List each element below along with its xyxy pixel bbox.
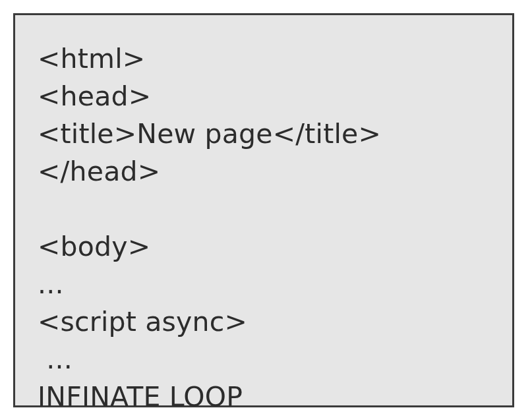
blank-line <box>38 191 490 228</box>
code-line: <title>New page</title> <box>38 115 490 153</box>
code-line: <html> <box>38 40 490 78</box>
code-line: <head> <box>38 78 490 115</box>
code-line: INFINATE LOOP <box>38 378 490 412</box>
code-line: </head> <box>38 153 490 191</box>
code-line: <body> <box>38 228 490 266</box>
code-line: ... <box>38 266 490 303</box>
code-snippet-box: <html> <head> <title>New page</title> </… <box>13 13 514 407</box>
code-line: <script async> <box>38 303 490 341</box>
code-line: ... <box>38 341 490 378</box>
